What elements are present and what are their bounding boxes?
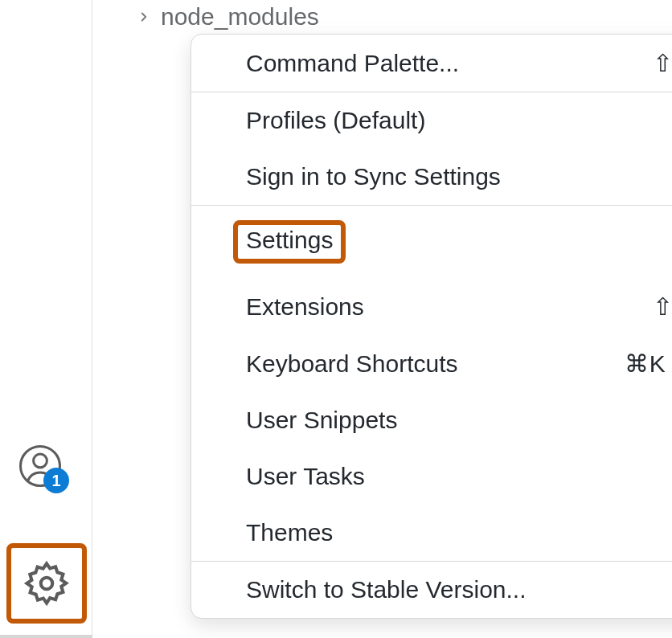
account-badge: 1 (43, 468, 69, 493)
bottom-strip (0, 635, 92, 638)
settings-label-text: Settings (246, 227, 333, 253)
menu-shortcut: ⌘K ⌘S (625, 350, 672, 378)
menu-item-label: Profiles (Default) (246, 107, 672, 134)
menu-item-label: Switch to Stable Version... (246, 576, 672, 603)
menu-item-profiles[interactable]: Profiles (Default) (191, 92, 672, 149)
menu-shortcut: ⇧⌘X (653, 292, 672, 321)
menu-item-label: Sign in to Sync Settings (246, 163, 672, 190)
menu-shortcut: ⇧⌘P (653, 49, 672, 77)
activity-bar: 1 (0, 0, 92, 638)
svg-point-2 (41, 578, 52, 589)
menu-item-keyboard-shortcuts[interactable]: Keyboard Shortcuts ⌘K ⌘S (191, 335, 672, 392)
gear-icon[interactable] (22, 558, 72, 608)
accounts-button[interactable]: 1 (18, 444, 63, 489)
menu-item-label: User Tasks (246, 463, 672, 490)
menu-item-label: Command Palette... (246, 50, 653, 77)
menu-item-extensions[interactable]: Extensions ⇧⌘X (191, 278, 672, 335)
menu-item-switch-stable[interactable]: Switch to Stable Version... (191, 562, 672, 618)
menu-item-user-tasks[interactable]: User Tasks (191, 448, 672, 505)
tree-item-node-modules[interactable]: node_modules (137, 3, 319, 31)
menu-item-sign-in-sync[interactable]: Sign in to Sync Settings (191, 149, 672, 205)
chevron-right-icon (137, 5, 151, 30)
menu-item-label: Settings (246, 220, 672, 264)
explorer-area: node_modules Command Palette... ⇧⌘P Prof… (92, 0, 672, 638)
manage-button-highlight (6, 543, 87, 624)
menu-item-label: Themes (246, 519, 672, 546)
account-badge-count: 1 (51, 472, 60, 490)
menu-item-user-snippets[interactable]: User Snippets (191, 392, 672, 448)
tree-item-label: node_modules (161, 3, 319, 31)
manage-context-menu: Command Palette... ⇧⌘P Profiles (Default… (191, 34, 672, 619)
settings-highlight: Settings (233, 220, 346, 264)
menu-item-label: User Snippets (246, 407, 672, 434)
menu-item-label: Extensions (246, 293, 653, 321)
svg-point-1 (34, 454, 47, 468)
menu-item-settings[interactable]: Settings ⌘, (191, 206, 672, 278)
menu-item-label: Keyboard Shortcuts (246, 350, 625, 378)
menu-item-command-palette[interactable]: Command Palette... ⇧⌘P (191, 35, 672, 92)
menu-item-themes[interactable]: Themes (191, 505, 672, 561)
